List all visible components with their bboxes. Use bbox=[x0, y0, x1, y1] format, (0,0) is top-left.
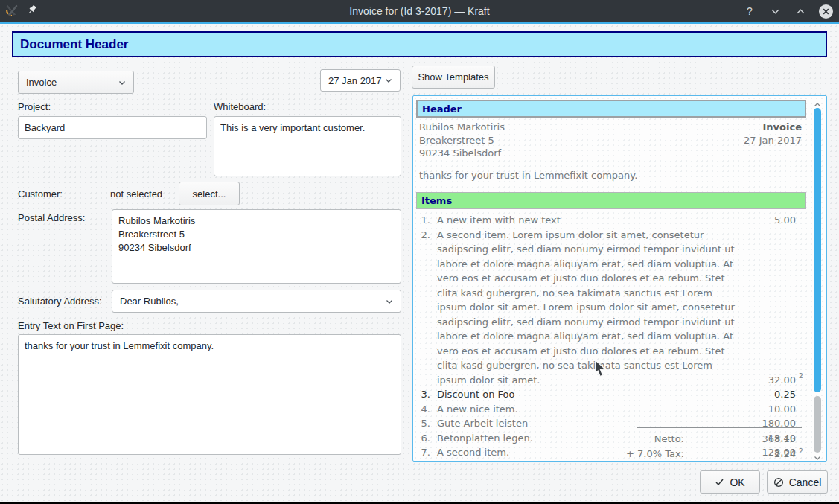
maximize-button[interactable] bbox=[794, 4, 807, 18]
entry-text-textarea[interactable]: thanks for your trust in Lemmefixit comp… bbox=[18, 334, 401, 455]
postal-address-label: Postal Address: bbox=[18, 212, 85, 223]
item-number: 5. bbox=[416, 416, 437, 431]
salutatory-value: Dear Rubilos, bbox=[120, 296, 179, 307]
address-line: 90234 Sibelsdorf bbox=[419, 147, 505, 160]
address-line: Breakerstreet 5 bbox=[419, 134, 505, 147]
item-text: A new item with new text bbox=[437, 213, 750, 228]
customer-status: not selected bbox=[110, 188, 162, 200]
preview-intro-text: thanks for your trust in Lemmefixit comp… bbox=[419, 170, 637, 181]
item-row: 4.A new nice item.10.00 bbox=[416, 402, 806, 417]
chevron-down-icon bbox=[118, 79, 126, 86]
minimize-button[interactable] bbox=[768, 4, 782, 18]
item-row: 5.Gute Arbeit leisten180.00 bbox=[416, 416, 806, 431]
ok-button[interactable]: OK bbox=[700, 470, 760, 494]
item-number: 1. bbox=[416, 213, 437, 228]
window-title: Invoice for (Id 3-2017) — Kraft bbox=[0, 5, 839, 17]
item-number: 2. bbox=[416, 228, 437, 388]
document-preview-pane: Header Rubilos MarkotirisBreakerstreet 5… bbox=[412, 95, 827, 462]
whiteboard-label: Whiteboard: bbox=[214, 101, 266, 112]
dialog-content: Document Header Invoice 27 Jan 2017 Show… bbox=[0, 24, 839, 502]
total-value: 368.15 bbox=[684, 432, 796, 447]
item-tax-mark: 2 bbox=[796, 369, 806, 384]
help-button[interactable]: ? bbox=[743, 4, 756, 18]
date-combobox[interactable]: 27 Jan 2017 bbox=[320, 69, 401, 92]
preview-totals: Netto:368.15+ 7.0% Tax:2.242 bbox=[416, 432, 806, 461]
cancel-button[interactable]: Cancel bbox=[767, 470, 828, 494]
project-input[interactable] bbox=[18, 116, 207, 139]
item-number: 4. bbox=[416, 402, 437, 417]
preview-header-bar: Header bbox=[416, 100, 806, 118]
preview-doc-date: 27 Jan 2017 bbox=[744, 134, 802, 147]
item-row: 3.Discount on Foo-0.25 bbox=[416, 387, 806, 402]
total-value: 2.24 bbox=[684, 447, 796, 462]
postal-address-textarea[interactable]: Rubilos Markotiris Breakerstreet 5 90234… bbox=[112, 209, 401, 284]
kraft-app-icon bbox=[4, 2, 19, 20]
project-label: Project: bbox=[18, 101, 51, 112]
salutatory-combobox[interactable]: Dear Rubilos, bbox=[112, 290, 401, 313]
preview-items-bar: Items bbox=[416, 192, 806, 209]
item-amount: -0.25 bbox=[750, 387, 796, 402]
show-templates-button[interactable]: Show Templates bbox=[412, 66, 495, 89]
select-customer-button[interactable]: select... bbox=[179, 182, 240, 205]
salutatory-address-label: Salutatory Address: bbox=[18, 296, 102, 307]
doc-type-combobox[interactable]: Invoice bbox=[18, 71, 134, 94]
scroll-down-icon[interactable] bbox=[813, 451, 822, 460]
date-value: 27 Jan 2017 bbox=[328, 75, 382, 86]
close-button[interactable] bbox=[819, 4, 833, 19]
item-text: Discount on Foo bbox=[437, 387, 750, 402]
address-line: Rubilos Markotiris bbox=[419, 121, 505, 134]
document-header-banner: Document Header bbox=[12, 31, 827, 57]
preview-address-block: Rubilos MarkotirisBreakerstreet 590234 S… bbox=[419, 121, 505, 160]
chevron-down-icon bbox=[386, 298, 393, 305]
item-number: 3. bbox=[416, 387, 437, 402]
scrollbar-thumb[interactable] bbox=[814, 108, 821, 392]
total-tax-mark bbox=[796, 430, 806, 444]
item-row: 2.A second item. Lorem ipsum dolor sit a… bbox=[416, 228, 806, 388]
doc-type-value: Invoice bbox=[26, 77, 57, 88]
preview-doc-type: Invoice bbox=[744, 121, 802, 134]
preview-scrollbar[interactable] bbox=[811, 96, 824, 461]
chevron-down-icon bbox=[385, 77, 392, 84]
customer-label: Customer: bbox=[18, 188, 63, 200]
kraft-invoice-dialog: Invoice for (Id 3-2017) — Kraft ? Docume… bbox=[0, 0, 839, 502]
preview-doc-meta: Invoice 27 Jan 2017 bbox=[744, 121, 802, 147]
pin-icon[interactable] bbox=[27, 4, 37, 18]
entry-text-label: Entry Text on First Page: bbox=[18, 320, 124, 331]
total-tax-mark: 2 bbox=[796, 444, 806, 459]
totals-divider bbox=[637, 427, 802, 428]
item-text: A second item. Lorem ipsum dolor sit ame… bbox=[437, 228, 750, 388]
item-row: 1.A new item with new text5.00 bbox=[416, 213, 806, 228]
cancel-circle-icon bbox=[773, 477, 784, 488]
item-amount: 32.00 bbox=[750, 373, 796, 388]
item-amount: 5.00 bbox=[750, 213, 796, 228]
item-amount: 180.00 bbox=[750, 416, 796, 431]
total-row: Netto:368.15 bbox=[416, 432, 806, 447]
preview-items-list: 1.A new item with new text5.002.A second… bbox=[416, 213, 806, 460]
total-label: Netto: bbox=[416, 432, 684, 447]
whiteboard-textarea[interactable]: This is a very important customer. bbox=[214, 116, 401, 176]
titlebar: Invoice for (Id 3-2017) — Kraft ? bbox=[0, 0, 839, 22]
item-text: Gute Arbeit leisten bbox=[437, 416, 750, 431]
scrollbar-track-segment[interactable] bbox=[814, 396, 821, 453]
item-text: A new nice item. bbox=[437, 402, 750, 417]
check-icon bbox=[715, 477, 724, 487]
item-amount: 10.00 bbox=[750, 402, 796, 417]
page-title: Document Header bbox=[20, 37, 128, 52]
total-row: + 7.0% Tax:2.242 bbox=[416, 447, 806, 462]
scroll-up-icon[interactable] bbox=[813, 98, 822, 107]
total-label: + 7.0% Tax: bbox=[416, 447, 684, 462]
